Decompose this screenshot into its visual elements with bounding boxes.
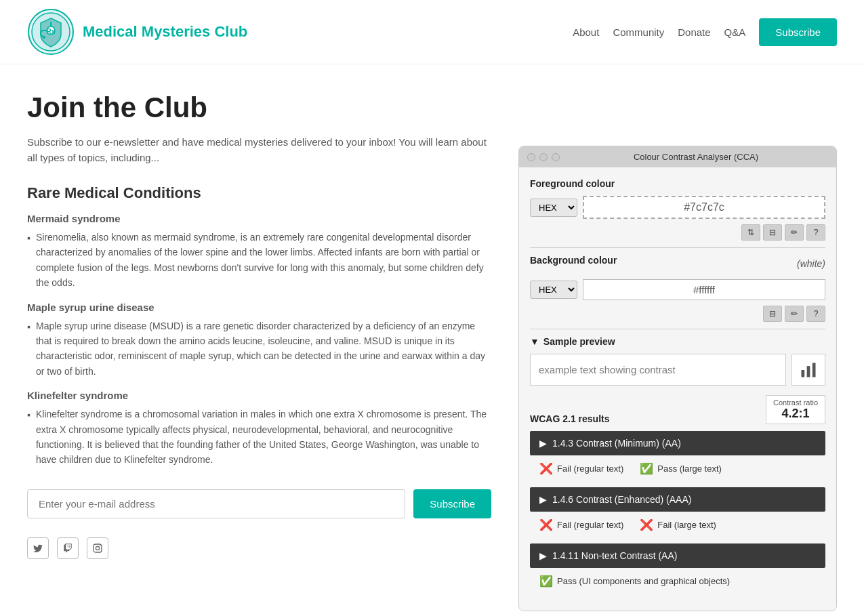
condition-title-msud: Maple syrup urine disease [27,302,491,313]
fg-row: HEX [530,196,825,219]
wcag-item-label-146: 1.4.6 Contrast (Enhanced) (AAA) [552,494,691,505]
cca-body: Foreground colour HEX ⇅ ⊟ ✏ ? Background… [519,167,836,611]
nav-community[interactable]: Community [613,26,664,38]
bg-divider [530,329,825,329]
traffic-light-close[interactable] [527,153,535,161]
logo-area: Rx Medical Mysteries Club [27,8,247,56]
main-subscribe-button[interactable]: Subscribe [413,489,491,518]
twitch-icon[interactable] [57,537,79,559]
svg-rect-8 [807,366,810,377]
bg-row: HEX [530,279,825,300]
bg-value-input[interactable] [583,279,825,300]
cca-panel: Colour Contrast Analyser (CCA) Foregroun… [518,146,837,611]
intro-text: Subscribe to our e-newsletter and have m… [27,135,491,165]
fail-icon-146-0: ❌ [539,518,553,531]
bg-toolbar: ⊟ ✏ ? [530,306,825,322]
bg-sliders-button[interactable]: ⊟ [763,306,782,322]
cca-example-text: example text showing contrast [530,354,786,386]
wcag-play-1411: ▶ [539,550,547,561]
wcag-item-label-143: 1.4.3 Contrast (Minimum) (AA) [552,438,681,449]
logo-icon: Rx [27,8,75,56]
fg-eyedropper-button[interactable]: ✏ [785,224,804,241]
cca-chart-button[interactable] [791,354,825,386]
header-subscribe-button[interactable]: Subscribe [759,18,837,46]
condition-desc-klinefelter: Klinefelter syndrome is a chromosomal va… [27,407,491,468]
nav-donate[interactable]: Donate [678,26,710,38]
wcag-header-row: WCAG 2.1 results Contrast ratio 4.2:1 [530,395,825,424]
wcag-result-text-1411-0: Pass (UI components and graphical object… [557,576,730,586]
logo-text: Medical Mysteries Club [83,23,247,41]
sample-preview-section: ▼ Sample preview [530,336,825,347]
condition-msud: Maple syrup urine disease Maple syrup ur… [27,302,491,379]
twitter-icon[interactable] [27,537,49,559]
wcag-result-text-143-1: Pass (large text) [657,464,722,474]
wcag-result-text-146-1: Fail (large text) [657,520,716,530]
condition-klinefelter: Klinefelter syndrome Klinefelter syndrom… [27,390,491,468]
contrast-ratio-label: Contrast ratio [773,398,818,407]
cca-title: Colour Contrast Analyser (CCA) [564,152,828,162]
wcag-result-146-0: ❌ Fail (regular text) [539,518,623,531]
fg-help-button[interactable]: ? [806,224,825,241]
header: Rx Medical Mysteries Club About Communit… [0,0,864,64]
fg-swap-button[interactable]: ⇅ [741,224,760,241]
fg-divider [530,247,825,248]
fail-icon-143-0: ❌ [539,462,553,475]
wcag-item-1411[interactable]: ▶ 1.4.11 Non-text Contrast (AA) [530,543,825,568]
bg-label: Background colour [530,255,617,266]
bg-white-label: (white) [797,258,825,269]
condition-title-mermaid: Mermaid syndrome [27,213,491,224]
wcag-item-146[interactable]: ▶ 1.4.6 Contrast (Enhanced) (AAA) [530,487,825,512]
email-input[interactable] [27,489,405,518]
social-icons [27,537,491,559]
wcag-result-row-143: ❌ Fail (regular text) ✅ Pass (large text… [530,457,825,483]
wcag-result-row-146: ❌ Fail (regular text) ❌ Fail (large text… [530,513,825,539]
fg-label: Foreground colour [530,178,825,189]
fg-sliders-button[interactable]: ⊟ [763,224,782,241]
fg-toolbar: ⇅ ⊟ ✏ ? [530,224,825,241]
traffic-light-minimize[interactable] [539,153,548,161]
page-title: Join the Club [27,91,491,124]
email-row: Subscribe [27,489,491,518]
cca-titlebar: Colour Contrast Analyser (CCA) [519,146,836,167]
wcag-play-143: ▶ [539,438,547,449]
wcag-play-146: ▶ [539,494,547,505]
wcag-title: WCAG 2.1 results [530,413,609,424]
bg-eyedropper-button[interactable]: ✏ [785,306,804,322]
condition-title-klinefelter: Klinefelter syndrome [27,390,491,401]
pass-icon-143-1: ✅ [640,462,653,475]
fail-icon-146-1: ❌ [640,518,653,531]
sample-preview-triangle: ▼ [530,336,539,347]
condition-desc-mermaid: Sirenomelia, also known as mermaid syndr… [27,230,491,291]
wcag-result-row-1411: ✅ Pass (UI components and graphical obje… [530,569,825,596]
sample-preview-label: Sample preview [543,336,615,347]
bg-format-select[interactable]: HEX [530,281,577,299]
nav-qa[interactable]: Q&A [724,26,746,38]
wcag-item-143[interactable]: ▶ 1.4.3 Contrast (Minimum) (AA) [530,431,825,455]
svg-text:Rx: Rx [47,28,56,35]
wcag-result-146-1: ❌ Fail (large text) [640,518,716,531]
nav-about[interactable]: About [573,26,599,38]
svg-rect-7 [802,370,805,377]
traffic-light-maximize[interactable] [552,153,560,161]
contrast-ratio-value: 4.2:1 [773,407,818,421]
wcag-item-label-1411: 1.4.11 Non-text Contrast (AA) [552,550,677,561]
left-content: Join the Club Subscribe to our e-newslet… [27,91,491,611]
bg-help-button[interactable]: ? [806,306,825,322]
svg-point-5 [43,36,45,39]
wcag-result-1411-0: ✅ Pass (UI components and graphical obje… [539,575,730,588]
wcag-result-143-1: ✅ Pass (large text) [640,462,722,475]
wcag-result-text-146-0: Fail (regular text) [557,520,623,530]
cca-preview-row: example text showing contrast [530,354,825,386]
instagram-icon[interactable] [87,537,108,559]
wcag-result-text-143-0: Fail (regular text) [557,464,623,474]
bg-label-row: Background colour (white) [530,255,825,272]
condition-mermaid: Mermaid syndrome Sirenomelia, also known… [27,213,491,291]
wcag-result-143-0: ❌ Fail (regular text) [539,462,623,475]
section-title: Rare Medical Conditions [27,184,491,202]
pass-icon-1411-0: ✅ [539,575,553,588]
main-nav: About Community Donate Q&A Subscribe [573,18,837,46]
fg-format-select[interactable]: HEX [530,199,577,217]
main-layout: Join the Club Subscribe to our e-newslet… [0,64,864,616]
fg-value-input[interactable] [583,196,825,219]
condition-desc-msud: Maple syrup urine disease (MSUD) is a ra… [27,319,491,379]
